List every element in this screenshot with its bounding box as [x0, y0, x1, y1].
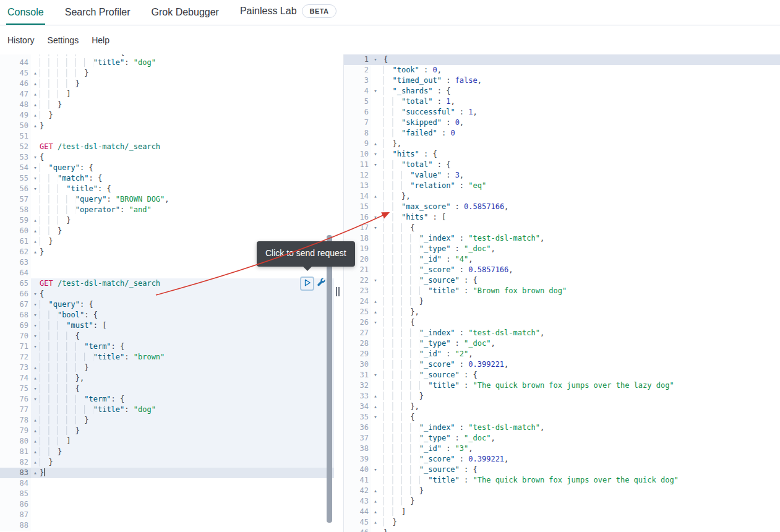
line-number: 17 — [344, 223, 371, 233]
fold-toggle-icon[interactable]: ▴ — [31, 68, 40, 79]
fold-toggle-icon[interactable]: ▴ — [371, 191, 380, 202]
line-number: 32 — [344, 380, 371, 391]
fold-toggle-icon[interactable]: ▴ — [31, 89, 40, 100]
fold-toggle-icon[interactable]: ▾ — [31, 289, 40, 299]
code-line: 3 "timed_out" : false, — [344, 75, 780, 86]
request-options-button[interactable] — [315, 278, 327, 290]
fold-toggle-icon[interactable]: ▴ — [31, 226, 40, 236]
fold-toggle-icon[interactable]: ▴ — [31, 100, 40, 110]
code-line: 88 — [0, 520, 334, 531]
code-line: 20 "_id" : "4", — [344, 254, 780, 265]
line-number: 24 — [344, 296, 371, 307]
tab-search-profiler[interactable]: Search Profiler — [64, 1, 132, 25]
editor-vertical-scrollbar[interactable] — [327, 235, 332, 523]
fold-toggle-icon[interactable]: ▴ — [31, 468, 40, 478]
fold-toggle-icon[interactable]: ▾ — [31, 394, 40, 405]
tab-console[interactable]: Console — [6, 1, 45, 25]
line-number: 48 — [0, 100, 31, 110]
code-line: 25▴ }, — [344, 307, 780, 317]
code-line: 69▾ "must": [ — [0, 320, 334, 331]
fold-toggle-icon[interactable]: ▾ — [31, 173, 40, 184]
code-line: 12 "value" : 3, — [344, 170, 780, 181]
fold-toggle-icon[interactable]: ▾ — [371, 86, 380, 97]
code-text: "title" : "The quick brown fox jumps ove… — [380, 475, 780, 486]
send-request-button[interactable] — [300, 277, 314, 291]
code-text: { — [380, 223, 780, 233]
line-number: 54 — [0, 163, 31, 173]
fold-toggle-icon[interactable]: ▾ — [31, 384, 40, 394]
console-request-editor[interactable]: 43▾ "term": {44 "title": "dog"45▴ }46▴ }… — [0, 54, 334, 532]
fold-toggle-icon[interactable]: ▴ — [31, 363, 40, 373]
fold-toggle-icon[interactable]: ▾ — [371, 412, 380, 423]
fold-spacer — [371, 380, 380, 391]
fold-toggle-icon[interactable]: ▴ — [371, 528, 380, 532]
fold-toggle-icon[interactable]: ▴ — [31, 426, 40, 436]
fold-toggle-icon[interactable]: ▾ — [371, 54, 380, 65]
fold-toggle-icon[interactable]: ▾ — [371, 149, 380, 160]
code-line: 10▾ "hits" : { — [344, 149, 780, 160]
fold-toggle-icon[interactable]: ▾ — [371, 465, 380, 475]
fold-toggle-icon[interactable]: ▴ — [371, 401, 380, 412]
fold-toggle-icon[interactable]: ▾ — [31, 152, 40, 163]
pane-resize-handle[interactable] — [336, 287, 340, 296]
fold-toggle-icon[interactable]: ▾ — [31, 184, 40, 194]
code-text: { — [40, 384, 334, 394]
fold-toggle-icon[interactable]: ▴ — [31, 447, 40, 457]
line-number: 31 — [344, 370, 371, 380]
fold-toggle-icon[interactable]: ▴ — [31, 79, 40, 89]
code-line: 46▴ } — [0, 79, 334, 89]
fold-toggle-icon[interactable]: ▾ — [31, 163, 40, 173]
menu-item-settings[interactable]: Settings — [46, 33, 80, 48]
fold-toggle-icon[interactable]: ▴ — [371, 391, 380, 401]
fold-toggle-icon[interactable]: ▾ — [31, 299, 40, 310]
code-line: 73▴ } — [0, 363, 334, 373]
fold-toggle-icon[interactable]: ▴ — [31, 247, 40, 257]
console-response-viewer[interactable]: 1▾{2 "took" : 0,3 "timed_out" : false,4▾… — [343, 54, 780, 532]
code-text: } — [40, 100, 334, 110]
fold-spacer — [31, 352, 40, 363]
fold-toggle-icon[interactable]: ▾ — [31, 331, 40, 341]
code-line: 16▾ "hits" : [ — [344, 212, 780, 223]
fold-spacer — [371, 338, 380, 349]
line-number: 47 — [0, 89, 31, 100]
fold-toggle-icon[interactable]: ▾ — [31, 320, 40, 331]
fold-toggle-icon[interactable]: ▴ — [31, 121, 40, 131]
fold-toggle-icon[interactable]: ▾ — [371, 317, 380, 328]
fold-toggle-icon[interactable]: ▴ — [31, 415, 40, 426]
fold-toggle-icon[interactable]: ▴ — [371, 307, 380, 317]
fold-toggle-icon[interactable]: ▴ — [31, 215, 40, 226]
fold-toggle-icon[interactable]: ▾ — [371, 275, 380, 286]
line-number: 37 — [344, 433, 371, 444]
code-line: 44 "title": "dog" — [0, 58, 334, 68]
fold-toggle-icon[interactable]: ▴ — [31, 457, 40, 468]
fold-toggle-icon[interactable]: ▾ — [31, 310, 40, 320]
code-line: 51 — [0, 131, 334, 142]
fold-toggle-icon[interactable]: ▴ — [371, 296, 380, 307]
fold-toggle-icon[interactable]: ▴ — [31, 110, 40, 121]
code-line: 37 "_type" : "_doc", — [344, 433, 780, 444]
fold-toggle-icon[interactable]: ▴ — [371, 507, 380, 517]
fold-toggle-icon[interactable]: ▴ — [371, 517, 380, 528]
fold-toggle-icon[interactable]: ▾ — [371, 212, 380, 223]
fold-toggle-icon[interactable]: ▴ — [31, 436, 40, 447]
fold-toggle-icon[interactable]: ▴ — [31, 236, 40, 247]
code-text: { — [380, 412, 780, 423]
fold-toggle-icon[interactable]: ▾ — [371, 370, 380, 380]
fold-toggle-icon[interactable]: ▾ — [371, 160, 380, 170]
fold-toggle-icon[interactable]: ▴ — [371, 496, 380, 507]
tab-grok-debugger[interactable]: Grok Debugger — [150, 1, 220, 25]
fold-toggle-icon[interactable]: ▴ — [371, 139, 380, 149]
fold-toggle-icon[interactable]: ▴ — [371, 486, 380, 496]
code-text: "value" : 3, — [380, 170, 780, 181]
line-number: 61 — [0, 236, 31, 247]
menu-item-help[interactable]: Help — [90, 33, 111, 48]
menu-item-history[interactable]: History — [6, 33, 36, 48]
line-number: 29 — [344, 349, 371, 359]
fold-toggle-icon[interactable]: ▾ — [31, 341, 40, 352]
fold-toggle-icon[interactable]: ▴ — [31, 373, 40, 384]
tab-painless-lab[interactable]: Painless LabBETA — [239, 0, 338, 25]
fold-toggle-icon[interactable]: ▾ — [371, 223, 380, 233]
fold-spacer — [371, 265, 380, 275]
code-text: }, — [40, 373, 334, 384]
code-line: 79▴ } — [0, 426, 334, 436]
